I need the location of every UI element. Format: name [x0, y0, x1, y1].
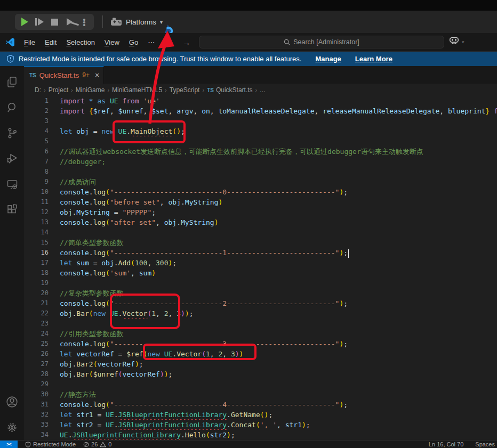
breadcrumb-item[interactable]: Project: [49, 86, 68, 94]
play-button[interactable]: [17, 14, 32, 30]
source-control-icon[interactable]: [0, 120, 24, 146]
code-line[interactable]: 27obj.Bar2(vectorRef);: [24, 359, 497, 369]
code-line[interactable]: 6//调试器通过websocket发送断点信息，可能断点生效前脚本已经执行完备，…: [24, 146, 497, 157]
code-token: log: [93, 188, 106, 196]
explorer-icon[interactable]: [0, 69, 24, 95]
code-token: ,: [156, 309, 164, 317]
nav-back-button[interactable]: ←: [166, 38, 174, 47]
code-line[interactable]: 24//引用类型参数函数: [24, 329, 497, 339]
code-line[interactable]: 3: [24, 116, 497, 126]
code-token: (): [260, 411, 269, 419]
code-line[interactable]: 22obj.Bar(new UE.Vector(1, 2, 3));: [24, 308, 497, 319]
line-number: 17: [24, 258, 49, 268]
stop-button[interactable]: [47, 14, 62, 30]
code-text: //成员访问: [60, 177, 96, 187]
code-line[interactable]: 1import * as UE from 'ue': [24, 96, 497, 106]
code-line[interactable]: 32let str1 = UE.JSBlueprintFunctionLibra…: [24, 410, 497, 420]
code-line[interactable]: 15//简单类型参数函数: [24, 238, 497, 248]
code-token: import: [60, 107, 89, 115]
line-number: 6: [24, 146, 49, 157]
breadcrumb-item[interactable]: TypeScript: [170, 86, 200, 94]
code-token: ): [160, 370, 164, 378]
code-line[interactable]: 2import {$ref, $unref, $set, argv, on, t…: [24, 106, 497, 116]
search-input[interactable]: Search [Administrator]: [199, 36, 444, 48]
code-line[interactable]: 14: [24, 227, 497, 238]
breadcrumb-separator: ›: [202, 87, 204, 93]
learn-more-link[interactable]: Learn More: [355, 55, 392, 63]
line-number: 26: [24, 349, 49, 359]
breadcrumb-item[interactable]: ...: [260, 86, 265, 94]
code-token: (: [256, 421, 260, 429]
code-line[interactable]: 21console.log("-------------------------…: [24, 298, 497, 308]
code-editor[interactable]: 1import * as UE from 'ue'2import {$ref, …: [24, 96, 497, 440]
run-debug-icon[interactable]: [0, 146, 24, 172]
breadcrumb-item[interactable]: D:: [35, 86, 41, 94]
manage-link[interactable]: Manage: [315, 55, 341, 63]
code-line[interactable]: 31console.log("-------------------------…: [24, 400, 497, 410]
code-line[interactable]: 9//成员访问: [24, 177, 497, 187]
code-token: ,: [277, 421, 285, 429]
menu-item-file[interactable]: File: [20, 37, 39, 48]
remote-indicator[interactable]: ><: [0, 441, 18, 448]
code-line[interactable]: 18console.log('sum', sum): [24, 268, 497, 278]
code-token: obj: [60, 309, 72, 317]
more-options-button[interactable]: •••: [77, 14, 92, 30]
code-token: console: [60, 249, 89, 257]
menu-item-edit[interactable]: Edit: [41, 37, 60, 48]
kebab-icon: •••: [83, 18, 85, 26]
code-line[interactable]: 11console.log("before set", obj.MyString…: [24, 197, 497, 207]
code-line[interactable]: 4let obj = new UE.MainObject();: [24, 126, 497, 136]
code-line[interactable]: 34UE.JSBlueprintFunctionLibrary.Hello(st…: [24, 430, 497, 440]
code-line[interactable]: 29: [24, 379, 497, 389]
accounts-icon[interactable]: [0, 389, 24, 414]
code-line[interactable]: 5: [24, 136, 497, 146]
search-view-icon[interactable]: [0, 95, 24, 120]
restricted-mode-status[interactable]: Restricted Mode: [25, 441, 76, 447]
line-number: 31: [24, 400, 49, 410]
code-line[interactable]: 26let vectorRef = $ref(new UE.Vector(1, …: [24, 349, 497, 359]
launch-button[interactable]: [62, 14, 77, 30]
remote-explorer-icon[interactable]: [0, 172, 24, 197]
code-token: .: [181, 198, 185, 206]
code-token: obj: [101, 259, 114, 267]
line-number: 33: [24, 420, 49, 430]
breadcrumb-item[interactable]: MiniGame: [76, 86, 105, 94]
code-line[interactable]: 17let sum = obj.Add(100, 300);: [24, 258, 497, 268]
code-line[interactable]: 25console.log("-------------------------…: [24, 339, 497, 349]
code-line[interactable]: 8: [24, 167, 497, 177]
breadcrumb-item[interactable]: TSQuickStart.ts: [207, 86, 252, 94]
status-bar: >< Restricted Mode 26 0 Ln 16, Col 70 Sp…: [0, 440, 497, 448]
code-line[interactable]: 12obj.MyString = "PPPPP";: [24, 207, 497, 217]
code-line[interactable]: 16console.log("-------------------------…: [24, 248, 497, 258]
menu-item-view[interactable]: View: [101, 37, 123, 48]
copilot-menu-button[interactable]: ⌄: [450, 37, 465, 44]
tab-quickstart[interactable]: TS QuickStart.ts 9+ ×: [24, 66, 104, 84]
cursor-position-status[interactable]: Ln 16, Col 70: [429, 441, 463, 447]
code-token: (: [131, 259, 135, 267]
code-line[interactable]: 28obj.Bar($unref(vectorRef));: [24, 369, 497, 379]
close-icon[interactable]: ×: [95, 71, 99, 79]
code-line[interactable]: 10console.log("-------------------------…: [24, 187, 497, 197]
menu-item-go[interactable]: Go: [125, 37, 142, 48]
code-token: log: [93, 249, 106, 257]
code-line[interactable]: 20//复杂类型参数函数: [24, 288, 497, 298]
extensions-icon[interactable]: [0, 197, 24, 223]
breadcrumb-item[interactable]: MiniGameHTML5: [112, 86, 162, 94]
code-token: MyString: [181, 218, 214, 226]
indentation-status[interactable]: Spaces: [475, 441, 495, 447]
problems-status[interactable]: 26 0: [83, 441, 111, 447]
code-line[interactable]: 19: [24, 278, 497, 288]
menu-item-selection[interactable]: Selection: [62, 37, 98, 48]
code-line[interactable]: 30//静态方法: [24, 389, 497, 400]
code-text: //debugger;: [60, 157, 106, 167]
menu-item-[interactable]: ⋯: [144, 37, 158, 48]
play-attached-button[interactable]: [32, 14, 47, 30]
code-token: ): [218, 198, 222, 206]
code-line[interactable]: 13console.log("after set", obj.MyString): [24, 217, 497, 227]
settings-gear-icon[interactable]: [0, 414, 24, 440]
code-line[interactable]: 23: [24, 319, 497, 329]
code-line[interactable]: 33let str2 = UE.JSBlueprintFunctionLibra…: [24, 420, 497, 430]
code-line[interactable]: 7//debugger;: [24, 157, 497, 167]
nav-forward-button[interactable]: →: [182, 38, 190, 47]
platforms-dropdown[interactable]: Platforms ▾: [110, 18, 163, 26]
